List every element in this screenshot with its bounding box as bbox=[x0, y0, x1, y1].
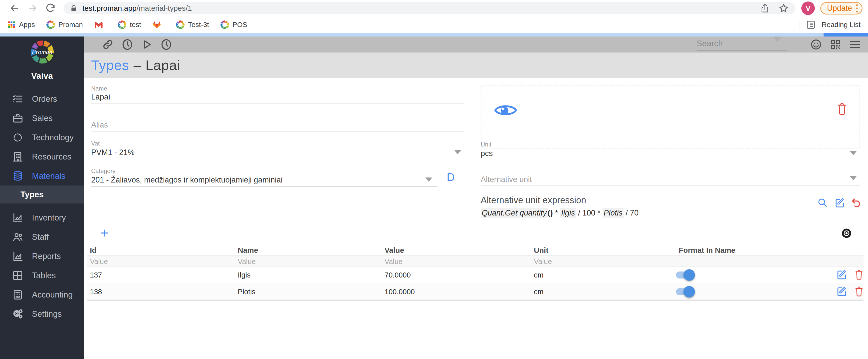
sidebar-item-accounting[interactable]: Accounting bbox=[0, 285, 84, 304]
filter-input-name[interactable]: Value bbox=[238, 257, 256, 266]
prochef-logo-icon bbox=[220, 21, 229, 29]
expression-value[interactable]: Quant.Get quantity() * Ilgis / 100 * Plo… bbox=[481, 209, 639, 218]
column-header-format-in-name[interactable]: Format In Name bbox=[679, 246, 735, 254]
sidebar-subitem-label: Types bbox=[21, 190, 44, 199]
d-button[interactable]: D bbox=[447, 171, 455, 184]
edit-row-icon[interactable] bbox=[837, 286, 847, 297]
sidebar-item-resources[interactable]: Resources bbox=[0, 147, 84, 166]
address-bar[interactable]: test.proman.app/material-types/1 bbox=[63, 2, 795, 14]
sidebar-item-tables[interactable]: Tables bbox=[0, 266, 84, 285]
qr-code-icon[interactable] bbox=[830, 38, 841, 51]
table-settings-gear-icon[interactable] bbox=[840, 227, 853, 240]
column-header-value[interactable]: Value bbox=[384, 246, 404, 254]
top-scrollbar-track[interactable] bbox=[0, 33, 868, 36]
alternative-unit-underline bbox=[481, 186, 860, 186]
unit-dropdown-caret[interactable] bbox=[850, 151, 857, 155]
sidebar-item-materials[interactable]: Materials bbox=[0, 166, 84, 186]
format-in-name-toggle[interactable] bbox=[676, 288, 694, 295]
page-title-section[interactable]: Types bbox=[91, 57, 129, 73]
vat-dropdown-caret[interactable] bbox=[454, 150, 461, 154]
table-row[interactable]: 138 Plotis 100.0000 cm bbox=[87, 283, 864, 300]
filter-input-unit[interactable]: Value bbox=[534, 257, 552, 266]
browser-toolbar: test.proman.app/material-types/1 V Updat… bbox=[0, 0, 868, 17]
sidebar-item-staff[interactable]: Staff bbox=[0, 227, 84, 247]
unit-label: Unit bbox=[481, 141, 491, 148]
unit-select-value[interactable]: pcs bbox=[481, 149, 493, 158]
chart-icon bbox=[12, 250, 24, 262]
category-select-value[interactable]: 201 - Žaliavos, medžiagos ir komplektuoj… bbox=[91, 175, 283, 185]
alternative-unit-dropdown-caret[interactable] bbox=[850, 176, 857, 180]
reload-icon[interactable] bbox=[45, 3, 56, 14]
eye-icon[interactable] bbox=[494, 102, 517, 118]
sidebar-item-reports[interactable]: Reports bbox=[0, 247, 84, 266]
column-header-id[interactable]: Id bbox=[90, 246, 97, 254]
bookmark-gmail[interactable] bbox=[94, 21, 106, 28]
bookmark-label: Proman bbox=[58, 21, 83, 29]
sidebar-item-technology[interactable]: Technology bbox=[0, 128, 84, 147]
browser-menu-icon[interactable] bbox=[856, 4, 858, 12]
table-row[interactable]: 137 Ilgis 70.0000 cm bbox=[87, 267, 864, 283]
name-underline bbox=[91, 103, 464, 104]
proman-logo-icon bbox=[46, 21, 55, 29]
bookmark-gitlab[interactable] bbox=[153, 21, 164, 29]
edit-row-icon[interactable] bbox=[837, 269, 847, 280]
add-parameter-button[interactable]: + bbox=[101, 226, 109, 240]
expression-edit-icon[interactable] bbox=[835, 197, 845, 208]
bookmark-apps[interactable]: Apps bbox=[7, 21, 35, 29]
proman-logo-text: Proman bbox=[32, 48, 53, 56]
sidebar-item-inventory[interactable]: Inventory bbox=[0, 208, 84, 227]
smiley-icon[interactable] bbox=[810, 38, 822, 51]
bookmark-label: Test-3t bbox=[188, 21, 209, 29]
history-clock-icon[interactable] bbox=[161, 39, 172, 50]
top-scrollbar-thumb[interactable] bbox=[824, 33, 868, 36]
bookmark-proman[interactable]: Proman bbox=[46, 21, 83, 29]
bookmark-label: POS bbox=[232, 21, 247, 29]
sidebar-item-label: Materials bbox=[32, 171, 65, 181]
format-in-name-toggle[interactable] bbox=[676, 272, 694, 278]
proman-logo[interactable]: Proman bbox=[31, 40, 54, 63]
bookmark-label: Apps bbox=[19, 21, 35, 29]
sidebar-item-settings[interactable]: Settings bbox=[0, 304, 84, 324]
bookmark-star-icon[interactable] bbox=[778, 3, 789, 13]
filter-input-id[interactable]: Value bbox=[90, 257, 108, 266]
bookmark-test[interactable]: test bbox=[118, 21, 141, 29]
expression-undo-icon[interactable] bbox=[851, 197, 861, 208]
column-header-unit[interactable]: Unit bbox=[534, 246, 548, 254]
expression-token: / 70 bbox=[623, 209, 639, 217]
proman-logo-icon bbox=[176, 21, 185, 29]
reading-list-label[interactable]: Reading List bbox=[822, 21, 861, 29]
play-icon[interactable] bbox=[141, 39, 153, 50]
chrome-update-button[interactable]: Update bbox=[820, 2, 863, 15]
bookmark-test-3t[interactable]: Test-3t bbox=[176, 21, 209, 29]
category-dropdown-caret[interactable] bbox=[425, 177, 432, 182]
profile-avatar[interactable]: V bbox=[801, 1, 815, 15]
vat-select-value[interactable]: PVM1 - 21% bbox=[91, 148, 134, 157]
column-header-name[interactable]: Name bbox=[238, 246, 258, 254]
link-icon[interactable] bbox=[102, 39, 114, 50]
alternative-unit-field[interactable]: Alternative unit bbox=[481, 175, 532, 184]
back-icon[interactable] bbox=[9, 3, 20, 14]
filter-input-value[interactable]: Value bbox=[384, 257, 403, 266]
bookmark-pos[interactable]: POS bbox=[220, 21, 247, 29]
image-dropzone[interactable] bbox=[481, 85, 860, 148]
delete-type-icon[interactable] bbox=[836, 102, 848, 115]
alias-field[interactable]: Alias bbox=[91, 120, 108, 130]
search-dropdown-caret[interactable] bbox=[773, 37, 782, 42]
apps-grid-icon bbox=[7, 21, 16, 29]
url-host: test.proman.app bbox=[83, 4, 136, 12]
clock-icon[interactable] bbox=[122, 39, 133, 50]
search-field bbox=[697, 38, 787, 51]
sidebar-subitem-types[interactable]: Types bbox=[0, 186, 84, 203]
delete-row-icon[interactable] bbox=[854, 269, 865, 280]
share-icon[interactable] bbox=[760, 3, 770, 13]
sidebar-item-sales[interactable]: Sales bbox=[0, 109, 84, 128]
lock-icon bbox=[70, 4, 78, 13]
hamburger-menu-icon[interactable] bbox=[849, 38, 861, 51]
forward-icon[interactable] bbox=[27, 3, 38, 14]
name-value[interactable]: Lapai bbox=[91, 92, 110, 102]
delete-row-icon[interactable] bbox=[854, 286, 865, 297]
expression-search-icon[interactable] bbox=[817, 197, 828, 208]
database-icon bbox=[12, 170, 24, 182]
sidebar-item-orders[interactable]: Orders bbox=[0, 89, 84, 109]
unit-underline bbox=[481, 160, 860, 160]
